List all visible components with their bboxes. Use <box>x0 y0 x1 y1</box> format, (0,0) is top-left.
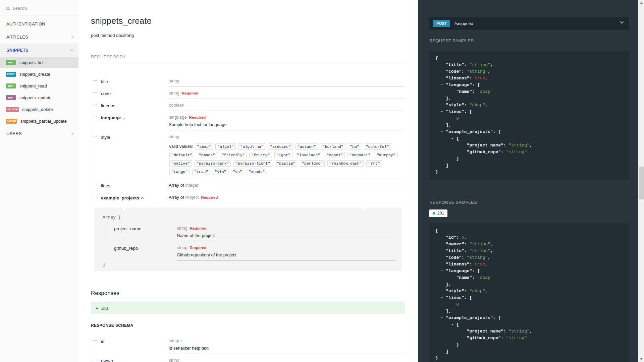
field-details: stringRequired <box>169 87 405 99</box>
field-name-label: language <box>101 115 121 120</box>
sidebar-section-users[interactable]: USERS <box>0 127 78 140</box>
enum-value-badge: "trac" <box>192 169 210 175</box>
valid-values-label: Valid values: <box>169 144 194 149</box>
valid-values: Valid values: "abap" "algol" "algol_nu" … <box>169 142 405 176</box>
field-type-name: Project <box>185 195 199 200</box>
enum-value-badge: "arduino" <box>268 143 293 150</box>
sidebar-item-label: snippets_partial_update <box>20 119 67 124</box>
method-badge-post: POST <box>6 72 16 77</box>
field-details: string <box>169 354 405 362</box>
field-row-linenos: linenosboolean <box>91 99 405 111</box>
sidebar-item-snippets_create[interactable]: POSTsnippets_create <box>0 68 78 80</box>
chevron-down-icon[interactable] <box>123 117 125 120</box>
field-name-label: title <box>101 79 108 84</box>
enum-value-badge: "algol" <box>215 143 235 150</box>
tree-connector-line <box>93 80 93 197</box>
field-type-name: string <box>169 78 179 83</box>
array-close-bracket: ] <box>103 262 396 267</box>
field-type-name: boolean <box>169 103 184 108</box>
enum-value-badge: "tango" <box>169 169 190 175</box>
chevron-right-icon <box>70 132 73 135</box>
sidebar-section-label: AUTHENTICATION <box>6 21 45 26</box>
sidebar-section-label: SNIPPETS <box>6 48 29 53</box>
sidebar-item-snippets_update[interactable]: PUTsnippets_update <box>0 92 78 104</box>
enum-value-badge: "igor" <box>274 152 292 158</box>
field-help-text: Github repository of the project <box>177 252 396 257</box>
field-row-title: titlestring <box>91 75 405 87</box>
field-name: title <box>91 75 169 87</box>
field-name-label: code <box>101 91 111 96</box>
field-name-label: lines <box>101 183 110 188</box>
scrollbar-down-arrow-icon[interactable] <box>638 356 644 362</box>
field-type: stringRequired <box>177 226 396 231</box>
sidebar-section-articles[interactable]: ARTICLES <box>0 31 78 44</box>
required-badge: Required <box>189 115 206 119</box>
sidebar-item-snippets_partial_update[interactable]: PATCHsnippets_partial_update <box>0 115 78 127</box>
page-scrollbar[interactable] <box>638 0 644 362</box>
sidebar-section-authentication[interactable]: AUTHENTICATION <box>0 17 78 31</box>
sidebar-item-snippets_list[interactable]: GETsnippets_list <box>0 57 78 68</box>
sidebar-item-snippets_delete[interactable]: DELETEsnippets_delete <box>0 104 78 115</box>
field-details: stringRequiredName of the project <box>177 222 396 241</box>
response-code-badge[interactable]: 201 <box>429 209 447 217</box>
enum-value-badge: "algol_nu" <box>238 143 265 150</box>
sidebar-item-snippets_read[interactable]: GETsnippets_read <box>0 80 78 92</box>
chevron-up-icon <box>96 307 98 310</box>
tree-connector-line <box>106 228 106 247</box>
enum-value-badge: "autumn" <box>296 143 318 150</box>
response-samples-label: RESPONSE SAMPLES <box>429 200 638 205</box>
enum-value-badge: "borland" <box>321 143 345 150</box>
search-input[interactable]: Search <box>0 0 78 15</box>
field-details: Array of ProjectRequired <box>169 191 405 203</box>
enum-value-badge: "vim" <box>213 169 228 175</box>
field-row-language: languagelanguageRequiredSample help text… <box>91 111 405 130</box>
field-type-name: integer <box>185 183 199 188</box>
request-body-label: REQUEST BODY <box>91 55 405 62</box>
enum-value-badge: "paraiso-dark" <box>195 160 231 167</box>
field-help-text: Name of the project <box>177 233 396 238</box>
field-type: stringRequired <box>169 90 405 96</box>
request-body-fields: titlestringcodestringRequiredlinenosbool… <box>91 75 405 271</box>
response-code-text: 201 <box>437 211 444 216</box>
field-type: string <box>169 358 405 362</box>
response-schema-label: RESPONSE SCHEMA <box>91 323 405 328</box>
search-placeholder: Search <box>12 6 27 11</box>
samples-panel: POST /snippets/ REQUEST SAMPLES { "title… <box>418 0 638 362</box>
method-badge-get: GET <box>6 60 16 65</box>
enum-value-badge: "manni" <box>325 152 345 158</box>
sidebar-section-label: USERS <box>6 131 22 136</box>
field-name-label: owner <box>101 358 113 362</box>
chevron-up-icon[interactable] <box>141 197 144 200</box>
required-badge: Required <box>190 226 207 230</box>
field-name: linenos <box>91 99 169 111</box>
scrollbar-up-arrow-icon[interactable] <box>638 0 644 6</box>
sidebar-section-snippets[interactable]: SNIPPETS <box>0 44 78 57</box>
field-type: integer <box>169 338 405 343</box>
field-row-github_repo: github_repostringRequiredGithub reposito… <box>104 241 396 261</box>
required-badge: Required <box>182 91 199 95</box>
field-name-label: example_projects <box>101 195 139 200</box>
endpoint-dropdown[interactable]: POST /snippets/ <box>429 17 629 30</box>
field-details: Array of integer <box>169 179 405 191</box>
method-badge-get: GET <box>6 83 16 88</box>
response-201-toggle[interactable]: 201 <box>91 302 405 314</box>
sidebar-item-label: snippets_create <box>19 72 50 77</box>
method-badge-put: PUT <box>6 95 16 100</box>
field-name: lines <box>91 179 169 191</box>
sidebar-item-label: snippets_delete <box>22 107 53 112</box>
field-name-label: id <box>101 339 105 344</box>
sidebar-nav: AUTHENTICATIONARTICLESSNIPPETSGETsnippet… <box>0 15 78 140</box>
sidebar-item-label: snippets_list <box>19 60 44 65</box>
request-samples-label: REQUEST SAMPLES <box>429 38 638 43</box>
field-type: string <box>169 78 405 83</box>
field-help-text: id serializer help text <box>169 346 405 351</box>
field-type-name: string <box>169 90 179 96</box>
enum-value-badge: "rainbow_dash" <box>327 160 364 167</box>
field-row-owner: ownerstring <box>91 354 405 362</box>
field-type-name: string <box>169 358 179 362</box>
field-name-label: style <box>101 135 110 140</box>
field-details: string <box>169 75 405 87</box>
scrollbar-thumb[interactable] <box>639 167 644 199</box>
notch <box>121 207 127 210</box>
array-open-bracket: Array [ <box>103 215 396 220</box>
